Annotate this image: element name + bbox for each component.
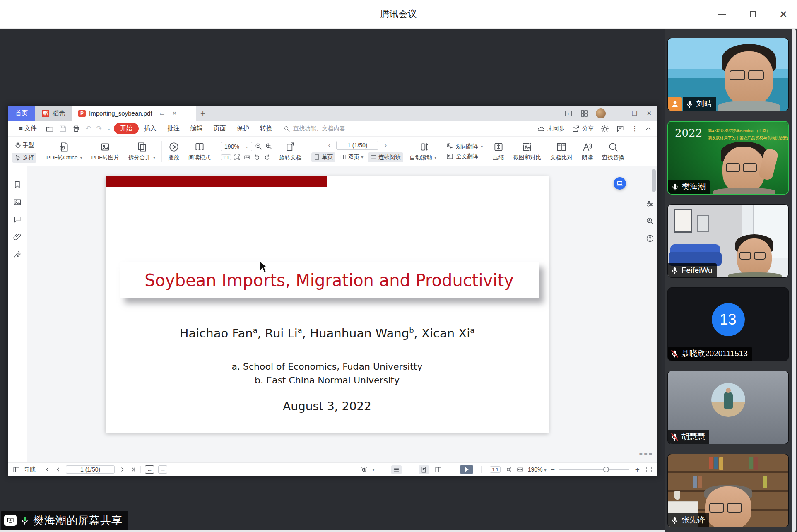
page-indicator-input[interactable]: 1 (1/50) bbox=[336, 141, 378, 150]
adjust-tools-icon[interactable] bbox=[646, 200, 654, 208]
first-page-icon[interactable] bbox=[44, 466, 51, 473]
doc-scroll-thumb[interactable] bbox=[652, 169, 656, 192]
new-tab-button[interactable]: ＋ bbox=[196, 106, 210, 121]
print-icon[interactable] bbox=[72, 125, 80, 133]
menu-protect[interactable]: 保护 bbox=[231, 125, 255, 132]
attachment-icon[interactable] bbox=[13, 233, 22, 241]
view-forward-button[interactable]: → bbox=[158, 465, 167, 474]
zoom-slider[interactable]: − ＋ bbox=[550, 465, 641, 474]
rotate-right-icon[interactable] bbox=[263, 154, 271, 161]
fit-width-icon[interactable] bbox=[243, 154, 251, 161]
wps-restore-button[interactable]: ❐ bbox=[632, 110, 637, 117]
fit-page-icon[interactable] bbox=[234, 154, 241, 161]
double-page-button[interactable]: 双页▾ bbox=[338, 152, 366, 162]
auto-scroll-button[interactable]: 自动滚动▾ bbox=[407, 142, 439, 161]
participant-tile[interactable]: 胡慧慧 bbox=[667, 371, 789, 444]
participant-tile[interactable]: 13 聂晓欣2020111513 bbox=[667, 287, 789, 361]
eye-protect-icon[interactable] bbox=[360, 466, 368, 474]
more-tools-icon[interactable]: ●●● bbox=[639, 450, 653, 457]
prev-page-button[interactable]: ‹ bbox=[325, 141, 334, 149]
pdf-to-office-button[interactable]: PDF转Office▾ bbox=[43, 142, 85, 161]
participant-tile[interactable]: 刘晴 bbox=[667, 38, 789, 111]
zoom-slider-thumb[interactable] bbox=[603, 467, 609, 472]
select-tool-button[interactable]: 选择 bbox=[12, 153, 36, 163]
collapse-ribbon-icon[interactable] bbox=[645, 125, 652, 132]
wps-minimize-button[interactable]: — bbox=[616, 110, 623, 117]
tab-grid-icon[interactable] bbox=[580, 109, 588, 118]
wps-assistant-button[interactable] bbox=[614, 177, 626, 190]
panel-scrollbar[interactable] bbox=[792, 29, 796, 532]
user-avatar[interactable] bbox=[596, 108, 606, 118]
zoom-minus-icon[interactable]: − bbox=[550, 465, 555, 474]
zoom-out-icon[interactable] bbox=[255, 142, 262, 150]
nav-toggle[interactable]: 导航 bbox=[13, 466, 36, 473]
split-merge-button[interactable]: 拆分合并▾ bbox=[125, 142, 158, 161]
window-layout-icon[interactable]: 1 bbox=[564, 109, 573, 118]
open-icon[interactable] bbox=[46, 125, 54, 133]
word-translate-button[interactable]: 划词翻译 bbox=[456, 143, 478, 150]
undo-icon[interactable]: ↶ bbox=[85, 124, 91, 133]
doc-compare-button[interactable]: 文档比对 bbox=[547, 142, 575, 161]
rotate-left-icon[interactable] bbox=[253, 154, 261, 161]
menu-annotate[interactable]: 批注 bbox=[162, 125, 185, 132]
status-page-indicator[interactable]: 1 (1/50) bbox=[66, 465, 115, 474]
status-single-page-button[interactable] bbox=[419, 465, 429, 474]
status-fit-width-icon[interactable] bbox=[516, 466, 524, 473]
status-double-page-button[interactable] bbox=[433, 465, 443, 474]
settings-gear-icon[interactable] bbox=[601, 125, 609, 133]
minimize-button[interactable] bbox=[716, 8, 728, 21]
tab-document[interactable]: P Importing_soybean.pdf ▭ ✕ bbox=[72, 106, 196, 121]
fullscreen-icon[interactable] bbox=[645, 466, 653, 473]
image-icon[interactable] bbox=[13, 198, 22, 206]
prev-page-icon[interactable] bbox=[55, 466, 62, 473]
bookmark-icon[interactable] bbox=[13, 181, 22, 189]
redo-icon[interactable]: ↷ bbox=[96, 124, 102, 133]
save-icon[interactable] bbox=[59, 125, 67, 133]
pdf-to-image-button[interactable]: PDF转图片 bbox=[89, 142, 123, 161]
single-page-button[interactable]: 单页 bbox=[311, 152, 335, 162]
search-input[interactable]: 查找功能、文档内容 bbox=[284, 125, 345, 132]
full-translate-button[interactable]: 全文翻译 bbox=[456, 153, 478, 160]
wps-close-button[interactable]: ✕ bbox=[646, 110, 652, 117]
share-button[interactable]: 分享 bbox=[572, 125, 594, 133]
zoom-plus-icon[interactable]: ＋ bbox=[633, 465, 641, 474]
read-aloud-button[interactable]: 朗读 bbox=[579, 142, 596, 161]
comment-bubble-icon[interactable] bbox=[616, 125, 624, 133]
menu-insert[interactable]: 插入 bbox=[139, 125, 162, 132]
tab-pin-icon[interactable]: ▭ bbox=[160, 110, 165, 116]
find-replace-button[interactable]: 查找替换 bbox=[599, 142, 627, 161]
tab-home[interactable]: 首页 bbox=[8, 106, 35, 121]
participant-tile[interactable]: FeifeiWu bbox=[667, 204, 789, 278]
tab-docer[interactable]: 稻 稻壳 bbox=[35, 106, 72, 121]
signature-icon[interactable] bbox=[13, 250, 22, 258]
status-actual-size-button[interactable]: 1:1 bbox=[490, 466, 500, 473]
view-back-button[interactable]: ← bbox=[145, 465, 154, 474]
participant-tile[interactable]: 2022 第42期香樟经济学Seminar（北京） 新发展格局下的中国农产品贸易… bbox=[667, 121, 789, 195]
read-mode-button[interactable]: 阅读模式 bbox=[185, 142, 214, 161]
screenshot-compare-button[interactable]: 截图和对比 bbox=[510, 142, 544, 161]
zoom-in-icon[interactable] bbox=[265, 142, 273, 150]
last-page-icon[interactable] bbox=[130, 466, 136, 473]
more-menu-icon[interactable]: ⋮ bbox=[631, 125, 638, 132]
compress-button[interactable]: 压缩 bbox=[490, 142, 507, 161]
next-page-button[interactable]: › bbox=[381, 141, 390, 149]
actual-size-button[interactable]: 1:1 bbox=[221, 154, 231, 160]
maximize-button[interactable] bbox=[746, 8, 759, 21]
menu-convert[interactable]: 转换 bbox=[255, 125, 278, 132]
loupe-text-icon[interactable] bbox=[646, 217, 654, 225]
tab-close-icon[interactable]: ✕ bbox=[172, 110, 177, 116]
status-play-button[interactable] bbox=[460, 465, 473, 474]
menu-start[interactable]: 开始 bbox=[114, 123, 139, 134]
participant-tile[interactable]: 张先锋 bbox=[667, 454, 789, 527]
status-zoom-value[interactable]: 190% ▾ bbox=[528, 466, 547, 473]
play-button[interactable]: 播放 bbox=[165, 142, 182, 161]
comment-icon[interactable] bbox=[13, 215, 22, 224]
zoom-select[interactable]: 190%⌄ bbox=[221, 142, 252, 151]
hand-tool-button[interactable]: 手型 bbox=[12, 140, 36, 150]
menu-page[interactable]: 页面 bbox=[208, 125, 231, 132]
status-fit-page-icon[interactable] bbox=[505, 466, 512, 473]
continuous-read-button[interactable]: 连续阅读 bbox=[368, 152, 403, 162]
menu-file[interactable]: ≡ 文件 bbox=[14, 125, 42, 132]
eye-protect-caret[interactable]: ▾ bbox=[372, 467, 374, 472]
sync-status[interactable]: 未同步 bbox=[537, 125, 565, 133]
